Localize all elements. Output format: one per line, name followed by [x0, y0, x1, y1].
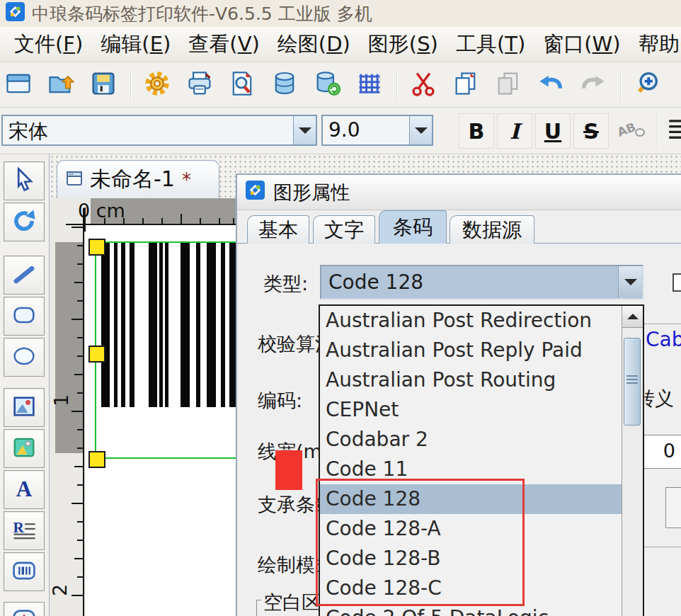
- menu-item-file[interactable]: 文件(F): [7, 30, 93, 59]
- menu-item-tools[interactable]: 工具(T): [449, 30, 536, 59]
- underline-label: U: [544, 119, 561, 144]
- partial-checkbox[interactable]: [673, 273, 681, 292]
- barcode-type-dropdown-button[interactable]: [618, 266, 642, 298]
- undo-button[interactable]: [535, 68, 566, 102]
- italic-button[interactable]: I: [497, 113, 532, 149]
- tab-barcode-label: 条码: [393, 214, 433, 241]
- print-button[interactable]: [184, 68, 215, 102]
- line-icon: [10, 260, 38, 291]
- menu-item-edit[interactable]: 编辑(E): [93, 30, 181, 59]
- font-size-dropdown-button[interactable]: [409, 116, 432, 144]
- line-tool-button[interactable]: [4, 256, 45, 295]
- save-button[interactable]: [88, 68, 119, 102]
- ellipse-tool-button[interactable]: [4, 338, 45, 377]
- right-edge-link-text[interactable]: Cabe: [646, 328, 681, 351]
- underline-button[interactable]: U: [535, 113, 571, 149]
- design-canvas[interactable]: 0 cm 1 2: [50, 198, 236, 616]
- menu-item-help[interactable]: 帮助(H): [631, 30, 681, 59]
- toolbar-separator: [657, 113, 658, 147]
- copy-button[interactable]: [450, 68, 481, 102]
- rich-text-icon: R: [10, 515, 38, 547]
- document-tab[interactable]: 未命名-1 *: [57, 160, 219, 198]
- vertical-ruler-line: [83, 208, 84, 616]
- window-title: 中琅条码标签打印软件-V6.5.5 工业版 多机: [32, 2, 372, 25]
- database-sync-button[interactable]: [311, 68, 343, 102]
- open-file-button[interactable]: [45, 68, 76, 102]
- selection-handle-middle-left[interactable]: [88, 346, 105, 363]
- text-rotate-button[interactable]: AB: [613, 113, 648, 149]
- numeric-input[interactable]: 0: [642, 435, 681, 469]
- barcode-type-combobox[interactable]: Code 128: [320, 265, 643, 300]
- select-tool-button[interactable]: [4, 161, 45, 200]
- strikethrough-button[interactable]: S: [573, 113, 609, 149]
- grid-button[interactable]: [354, 68, 385, 102]
- grid-icon: [355, 69, 384, 101]
- dropdown-scrollbar[interactable]: [622, 306, 643, 616]
- application-window: 中琅条码标签打印软件-V6.5.5 工业版 多机 文件(F)编辑(E)查看(V)…: [0, 0, 681, 616]
- image-tool-button[interactable]: [4, 429, 45, 468]
- main-toolbar: [0, 62, 681, 108]
- text-tool-button[interactable]: A: [4, 470, 45, 509]
- redo-button[interactable]: [578, 68, 609, 102]
- new-document-icon: [4, 69, 33, 101]
- tab-text[interactable]: 文字: [313, 215, 375, 244]
- chevron-down-icon: [415, 127, 428, 140]
- dropdown-item[interactable]: Codabar 2: [320, 425, 622, 455]
- picture-tool-button[interactable]: [4, 388, 45, 427]
- rotate-tool-button[interactable]: [4, 203, 45, 241]
- barcode-object[interactable]: [101, 241, 236, 407]
- dropdown-item[interactable]: Australian Post Reply Paid: [320, 336, 622, 365]
- tab-datasource[interactable]: 数据源: [450, 215, 534, 244]
- svg-text:A: A: [16, 477, 33, 501]
- database-button[interactable]: [269, 68, 300, 102]
- align-lines-icon: [668, 115, 681, 148]
- bold-label: B: [469, 119, 485, 144]
- barcode-tool-button[interactable]: [4, 552, 45, 591]
- scrollbar-thumb[interactable]: [624, 338, 641, 426]
- dropdown-item[interactable]: CEPNet: [320, 395, 622, 425]
- new-document-button[interactable]: [3, 68, 34, 102]
- tab-barcode[interactable]: 条码: [379, 210, 447, 244]
- dialog-logo-icon: [246, 181, 265, 204]
- save-icon: [89, 69, 118, 101]
- numeric-input-value: 0: [663, 440, 675, 462]
- paste-icon: [494, 69, 522, 101]
- shape-tool-button[interactable]: [4, 602, 45, 616]
- selection-handle-top-left[interactable]: [88, 239, 105, 256]
- menu-item-window[interactable]: 窗口(W): [536, 30, 631, 59]
- dialog-title-bar[interactable]: 图形属性: [237, 175, 681, 210]
- copy-icon: [452, 69, 480, 101]
- paste-button[interactable]: [493, 68, 524, 102]
- strikethrough-label: S: [583, 119, 599, 144]
- selection-handle-bottom-left[interactable]: [88, 451, 105, 468]
- dropdown-item[interactable]: Australian Post Routing: [320, 365, 622, 395]
- field-divider: [644, 324, 681, 324]
- font-family-combobox[interactable]: 宋体: [1, 115, 317, 146]
- settings-button[interactable]: [142, 68, 173, 102]
- menu-item-shape[interactable]: 图形(S): [361, 30, 449, 59]
- app-logo-icon: [6, 2, 25, 25]
- cursor-icon: [10, 166, 38, 197]
- font-size-combobox[interactable]: 9.0: [321, 115, 433, 146]
- tab-basic[interactable]: 基本: [247, 215, 309, 244]
- print-preview-button[interactable]: [227, 68, 258, 102]
- align-button[interactable]: [664, 113, 681, 149]
- zoom-in-button[interactable]: [631, 68, 663, 102]
- rich-text-tool-button[interactable]: R: [4, 511, 45, 550]
- redo-icon: [579, 69, 607, 101]
- menu-item-view[interactable]: 查看(V): [181, 30, 270, 59]
- font-family-dropdown-button[interactable]: [293, 116, 316, 144]
- scrollbar-up-button[interactable]: [622, 306, 643, 328]
- format-toolbar: 宋体 9.0 B I U S AB: [0, 108, 681, 154]
- rounded-rectangle-tool-button[interactable]: [4, 297, 45, 336]
- menu-bar: 文件(F)编辑(E)查看(V)绘图(D)图形(S)工具(T)窗口(W)帮助(H): [0, 27, 681, 62]
- text-a-icon: A: [10, 474, 38, 506]
- image-icon: [10, 433, 38, 464]
- bold-button[interactable]: B: [459, 113, 494, 149]
- dropdown-item[interactable]: Australian Post Redirection: [320, 306, 622, 336]
- barcode-type-value: Code 128: [328, 270, 423, 294]
- partial-spinner-field[interactable]: [665, 487, 681, 528]
- menu-item-draw[interactable]: 绘图(D): [270, 30, 361, 59]
- gear-icon: [143, 69, 171, 101]
- cut-button[interactable]: [408, 68, 439, 102]
